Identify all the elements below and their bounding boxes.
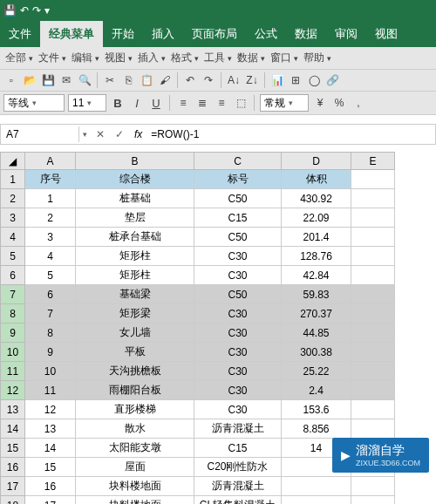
cell[interactable]: [351, 477, 395, 496]
cell[interactable]: 平板: [76, 343, 194, 362]
undo-icon[interactable]: ↶: [182, 72, 198, 88]
cell[interactable]: [351, 400, 395, 419]
confirm-formula-icon[interactable]: ✓: [110, 128, 129, 140]
sort-desc-icon[interactable]: Z↓: [244, 72, 260, 88]
align-right-icon[interactable]: ≡: [214, 95, 229, 111]
shapes-icon[interactable]: ◯: [306, 72, 322, 88]
cell[interactable]: [351, 208, 395, 228]
cell[interactable]: C30: [194, 266, 282, 285]
row-header[interactable]: 15: [1, 439, 25, 458]
row-header[interactable]: 4: [1, 228, 25, 247]
save-icon[interactable]: 💾: [3, 4, 17, 17]
cell[interactable]: C30: [194, 247, 282, 266]
cell[interactable]: 11: [25, 381, 76, 400]
menu-window[interactable]: 窗口: [270, 51, 298, 65]
undo-icon[interactable]: ↶: [20, 4, 29, 17]
cell[interactable]: 2: [25, 208, 76, 228]
cell[interactable]: 128.76: [282, 247, 351, 266]
cell[interactable]: 女儿墙: [76, 324, 194, 343]
cell[interactable]: C30: [194, 381, 282, 400]
cell[interactable]: 1: [25, 189, 76, 208]
cell[interactable]: 散水: [76, 419, 194, 439]
print-preview-icon[interactable]: 🔍: [77, 72, 92, 88]
tab-data[interactable]: 数据: [286, 21, 326, 47]
cell[interactable]: 22.09: [282, 208, 351, 228]
cell[interactable]: 7: [25, 304, 76, 324]
cell[interactable]: 块料楼地面: [76, 496, 194, 505]
row-header[interactable]: 12: [1, 381, 25, 400]
row-header[interactable]: 16: [1, 458, 25, 477]
cell[interactable]: 5: [25, 266, 76, 285]
row-header[interactable]: 18: [1, 496, 25, 505]
tab-file[interactable]: 文件: [0, 21, 40, 47]
tab-home[interactable]: 开始: [103, 21, 143, 47]
formula-input[interactable]: [147, 126, 435, 142]
save-icon[interactable]: 💾: [40, 72, 56, 88]
cell[interactable]: C50: [194, 189, 282, 208]
fx-icon[interactable]: fx: [129, 128, 147, 140]
hyperlink-icon[interactable]: 🔗: [324, 72, 340, 88]
cancel-formula-icon[interactable]: ✕: [91, 128, 110, 140]
mail-icon[interactable]: ✉: [58, 72, 74, 88]
row-header[interactable]: 5: [1, 247, 25, 266]
cell[interactable]: 17: [25, 496, 76, 505]
cell[interactable]: 沥青混凝土: [194, 419, 282, 439]
row-header[interactable]: 7: [1, 285, 25, 304]
cell[interactable]: 沥青混凝土: [194, 477, 282, 496]
menu-view[interactable]: 视图: [105, 51, 133, 65]
cut-icon[interactable]: ✂: [102, 72, 118, 88]
cell[interactable]: [351, 170, 395, 189]
cell[interactable]: [351, 285, 395, 304]
cell[interactable]: C50: [194, 228, 282, 247]
cell[interactable]: 屋面: [76, 458, 194, 477]
paste-icon[interactable]: 📋: [139, 72, 154, 88]
cell[interactable]: 直形楼梯: [76, 400, 194, 419]
col-header-a[interactable]: A: [25, 153, 76, 170]
cell[interactable]: [351, 362, 395, 381]
menu-data[interactable]: 数据: [237, 51, 265, 65]
cell[interactable]: 6: [25, 285, 76, 304]
header-cell[interactable]: 序号: [25, 170, 76, 189]
menu-format[interactable]: 格式: [171, 51, 199, 65]
menu-file[interactable]: 文件: [38, 51, 66, 65]
cell[interactable]: [282, 496, 351, 505]
row-header[interactable]: 10: [1, 343, 25, 362]
cell[interactable]: C50: [194, 285, 282, 304]
menu-help[interactable]: 帮助: [303, 51, 331, 65]
select-all-corner[interactable]: ◢: [1, 153, 25, 170]
cell[interactable]: 430.92: [282, 189, 351, 208]
row-header[interactable]: 9: [1, 324, 25, 343]
row-header[interactable]: 3: [1, 208, 25, 228]
col-header-b[interactable]: B: [76, 153, 194, 170]
cell[interactable]: C30: [194, 343, 282, 362]
cell[interactable]: C20刚性防水: [194, 458, 282, 477]
chart-icon[interactable]: 📊: [269, 72, 285, 88]
col-header-d[interactable]: D: [282, 153, 351, 170]
cell[interactable]: [282, 477, 351, 496]
bold-button[interactable]: B: [110, 95, 126, 111]
cell[interactable]: 垫层: [76, 208, 194, 228]
header-cell[interactable]: 体积: [282, 170, 351, 189]
cell[interactable]: 基础梁: [76, 285, 194, 304]
cell[interactable]: 10: [25, 362, 76, 381]
cell[interactable]: C30: [194, 362, 282, 381]
row-header[interactable]: 8: [1, 304, 25, 324]
cell[interactable]: C15: [194, 208, 282, 228]
qat-more-icon[interactable]: ▾: [44, 4, 50, 17]
cell[interactable]: 4: [25, 247, 76, 266]
cell[interactable]: 12: [25, 400, 76, 419]
menu-all[interactable]: 全部: [5, 51, 33, 65]
cell[interactable]: 270.37: [282, 304, 351, 324]
header-cell[interactable]: 综合楼: [76, 170, 194, 189]
align-center-icon[interactable]: ≣: [194, 95, 210, 111]
cell[interactable]: [351, 496, 395, 505]
cell[interactable]: 桩基础: [76, 189, 194, 208]
cell[interactable]: 8.856: [282, 419, 351, 439]
cell[interactable]: CL轻集料混凝土: [194, 496, 282, 505]
tab-review[interactable]: 审阅: [326, 21, 366, 47]
namebox-dropdown-icon[interactable]: ▾: [79, 130, 91, 139]
row-header[interactable]: 1: [1, 170, 25, 189]
redo-icon[interactable]: ↷: [201, 72, 216, 88]
tab-classic-menu[interactable]: 经典菜单: [40, 21, 103, 47]
font-size-combo[interactable]: 11▾: [68, 94, 106, 112]
